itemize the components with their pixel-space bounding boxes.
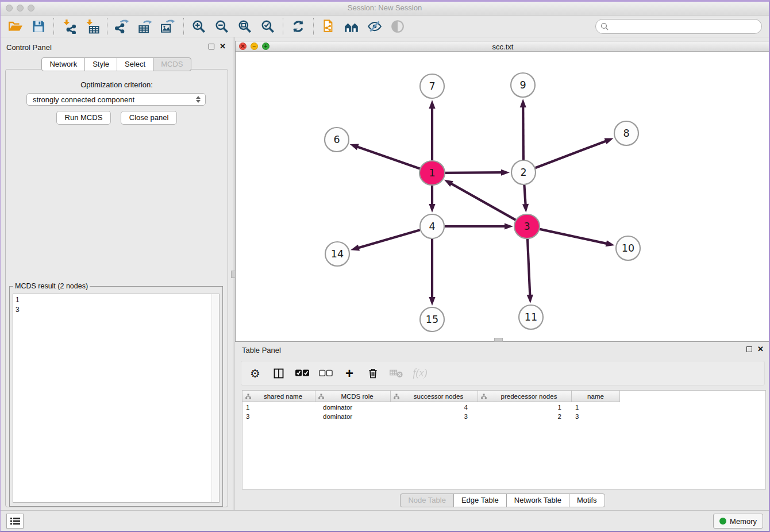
edge-2-8[interactable] (536, 140, 608, 168)
tab-style[interactable]: Style (84, 57, 117, 71)
memory-button[interactable]: Memory (713, 514, 763, 529)
cell-shared-name[interactable]: 3 (242, 412, 315, 421)
node-label-10: 10 (622, 242, 634, 254)
float-panel-icon[interactable] (209, 44, 214, 49)
split-columns-icon[interactable] (272, 367, 286, 380)
column-header-predecessor-nodes[interactable]: predecessor nodes (478, 391, 572, 402)
cell-successor-nodes[interactable]: 4 (391, 403, 478, 412)
export-table-icon[interactable] (134, 17, 157, 36)
control-panel-header: Control Panel ✕ (1, 41, 233, 55)
memory-label: Memory (730, 517, 757, 526)
unselect-all-checkboxes-icon[interactable] (319, 367, 333, 380)
table-row[interactable]: 3dominator323 (242, 412, 765, 421)
edge-1-2[interactable] (445, 172, 503, 173)
cell-MCDS-role[interactable]: dominator (315, 403, 391, 412)
zoom-fit-icon[interactable] (233, 17, 256, 36)
zoom-out-icon[interactable] (210, 17, 233, 36)
criterion-dropdown[interactable]: strongly connected component (26, 93, 206, 106)
table-header-row: shared nameMCDS rolesuccessor nodesprede… (242, 391, 620, 402)
clone-network-icon[interactable] (317, 17, 340, 36)
edge-2-9[interactable] (523, 105, 523, 160)
control-panel: Control Panel ✕ NetworkStyleSelectMCDS O… (1, 41, 233, 513)
tab-network[interactable]: Network (41, 57, 85, 71)
import-table-icon[interactable] (80, 17, 103, 36)
edge-arrowhead-2-8 (605, 138, 614, 145)
mcds-result-line: 3 (16, 305, 210, 315)
search-box[interactable] (595, 19, 762, 34)
column-type-icon (318, 394, 324, 399)
cell-MCDS-role[interactable]: dominator (315, 412, 391, 421)
node-label-9: 9 (519, 79, 526, 91)
network-canvas[interactable]: 7968124314101511 (236, 52, 770, 341)
mcds-result-group: MCDS result (2 nodes) 13 (9, 286, 223, 507)
show-all-icon[interactable] (386, 17, 409, 36)
task-history-button[interactable] (6, 514, 24, 529)
cell-predecessor-nodes[interactable]: 1 (478, 403, 572, 412)
optimization-criterion-label: Optimization criterion: (6, 80, 228, 89)
cell-name[interactable]: 3 (572, 412, 620, 421)
application-window: Session: New Session Control Panel ✕ Net… (0, 0, 770, 532)
refresh-network-icon[interactable] (287, 17, 310, 36)
edge-2-3[interactable] (524, 185, 525, 206)
network-window-title: scc.txt (236, 43, 770, 51)
toolbar-separator (283, 18, 283, 35)
tab-select[interactable]: Select (117, 57, 153, 71)
mcds-result-textarea[interactable]: 13 (13, 294, 220, 503)
tab-motifs[interactable]: Motifs (569, 494, 605, 507)
search-input[interactable] (611, 22, 757, 32)
close-panel-button[interactable]: Close panel (121, 111, 178, 125)
tab-node-table[interactable]: Node Table (400, 494, 454, 507)
node-label-11: 11 (525, 311, 537, 323)
close-panel-icon[interactable]: ✕ (220, 44, 226, 49)
edge-arrowhead-4-3 (505, 223, 513, 229)
cell-shared-name[interactable]: 1 (242, 403, 315, 412)
import-network-icon[interactable] (57, 17, 80, 36)
save-session-icon[interactable] (27, 17, 50, 36)
select-all-checkboxes-icon[interactable] (295, 367, 309, 380)
cell-predecessor-nodes[interactable]: 2 (478, 412, 572, 421)
cell-name[interactable]: 1 (572, 403, 620, 412)
first-neighbors-icon[interactable] (340, 17, 363, 36)
export-network-icon[interactable] (111, 17, 134, 36)
node-label-1: 1 (429, 167, 435, 179)
zoom-selected-icon[interactable] (256, 17, 279, 36)
export-image-icon[interactable] (157, 17, 180, 36)
panel-splitter-vertical[interactable] (233, 37, 234, 510)
column-header-name[interactable]: name (572, 391, 620, 402)
close-table-panel-icon[interactable]: ✕ (757, 346, 764, 352)
column-header-MCDS-role[interactable]: MCDS role (315, 391, 391, 402)
tab-edge-table[interactable]: Edge Table (453, 494, 507, 507)
edge-1-6[interactable] (356, 147, 420, 169)
edge-3-10[interactable] (540, 229, 609, 244)
edge-arrowhead-3-1 (444, 180, 453, 187)
mcds-result-lines: 13 (16, 295, 210, 315)
delete-columns-icon[interactable] (366, 367, 380, 380)
zoom-in-icon[interactable] (187, 17, 210, 36)
splitter-handle-horizontal[interactable] (494, 338, 503, 342)
table-row[interactable]: 1dominator411 (242, 403, 765, 412)
function-builder-icon: f(x) (413, 367, 427, 380)
node-label-7: 7 (429, 80, 435, 92)
column-header-shared-name[interactable]: shared name (242, 391, 315, 402)
edge-arrowhead-1-7 (429, 100, 435, 109)
edge-arrowhead-1-2 (501, 169, 510, 176)
run-mcds-button[interactable]: Run MCDS (56, 111, 111, 125)
hide-selected-icon[interactable] (363, 17, 386, 36)
edge-arrowhead-3-10 (606, 240, 615, 246)
edge-4-14[interactable] (357, 230, 420, 248)
column-header-successor-nodes[interactable]: successor nodes (391, 391, 478, 402)
edge-3-11[interactable] (528, 239, 530, 297)
node-label-3: 3 (523, 221, 530, 232)
float-table-panel-icon[interactable] (746, 346, 752, 352)
tab-network-table[interactable]: Network Table (506, 494, 569, 507)
cell-successor-nodes[interactable]: 3 (391, 412, 478, 421)
network-graph: 7968124314101511 (236, 52, 770, 342)
column-type-icon (481, 394, 487, 399)
edge-3-1[interactable] (449, 183, 515, 220)
open-session-icon[interactable] (4, 17, 27, 36)
gear-icon[interactable]: ⚙ (248, 367, 262, 380)
tab-mcds[interactable]: MCDS (153, 57, 191, 71)
add-column-icon[interactable]: + (342, 367, 356, 380)
mcds-result-scrollbar[interactable] (211, 294, 219, 502)
node-label-8: 8 (623, 128, 629, 139)
